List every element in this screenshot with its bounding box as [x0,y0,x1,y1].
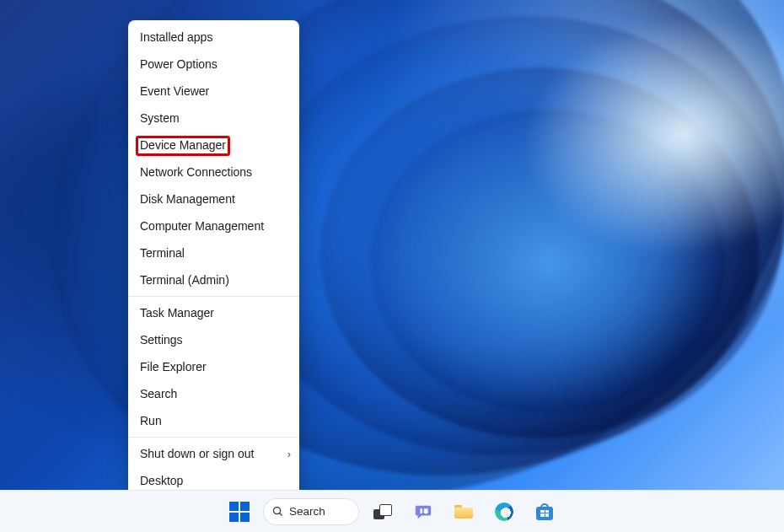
taskbar-microsoft-store[interactable] [528,495,561,529]
menu-item-settings[interactable]: Settings [128,326,299,353]
menu-item-label: Disk Management [140,192,235,206]
menu-item-run[interactable]: Run [128,407,299,434]
taskbar-edge[interactable] [487,495,521,529]
menu-item-installed-apps[interactable]: Installed apps [128,24,299,51]
chat-icon [414,502,432,521]
menu-item-label: Device Manager [140,138,226,152]
menu-item-label: Run [140,414,162,427]
menu-item-system[interactable]: System [128,105,299,132]
menu-item-label: Settings [140,333,183,347]
menu-item-file-explorer[interactable]: File Explorer [128,353,299,380]
menu-item-power-options[interactable]: Power Options [128,51,299,78]
search-icon [271,505,284,518]
menu-item-terminal[interactable]: Terminal [128,239,299,266]
task-view-icon [373,504,392,519]
menu-item-event-viewer[interactable]: Event Viewer [128,78,299,105]
desktop-wallpaper[interactable] [0,0,784,491]
menu-item-disk-management[interactable]: Disk Management [128,185,299,212]
menu-item-label: Task Manager [140,306,214,320]
taskbar-chat[interactable] [406,495,440,529]
menu-item-label: Power Options [140,57,217,71]
menu-item-label: Shut down or sign out [140,447,254,460]
menu-item-label: System [140,111,180,125]
menu-item-task-manager[interactable]: Task Manager [128,299,299,326]
taskbar-file-explorer[interactable] [447,495,481,529]
menu-separator [128,296,299,297]
svg-point-0 [274,508,281,514]
taskbar: Search [0,490,784,532]
menu-item-label: File Explorer [140,360,207,373]
menu-item-label: Event Viewer [140,84,209,98]
menu-item-network-connections[interactable]: Network Connections [128,159,299,185]
taskbar-task-view[interactable] [366,495,400,529]
svg-line-1 [280,513,282,516]
menu-item-terminal-admin[interactable]: Terminal (Admin) [128,266,299,293]
chevron-right-icon: › [287,448,291,460]
taskbar-search[interactable]: Search [263,495,359,529]
menu-item-label: Network Connections [140,165,252,179]
menu-item-label: Desktop [140,474,183,487]
menu-item-search[interactable]: Search [128,380,299,407]
menu-item-label: Terminal [140,246,185,260]
search-label: Search [289,505,325,518]
menu-item-label: Search [140,387,177,400]
start-button[interactable] [223,495,256,529]
windows-logo-icon [229,502,250,522]
menu-item-label: Terminal (Admin) [140,273,229,287]
folder-icon [454,505,473,519]
store-icon [536,503,553,520]
menu-item-shutdown-signout[interactable]: Shut down or sign out › [128,440,299,467]
menu-separator [128,437,299,438]
menu-item-computer-management[interactable]: Computer Management [128,212,299,239]
menu-item-label: Computer Management [140,219,264,233]
winx-context-menu: Installed apps Power Options Event Viewe… [128,20,299,497]
menu-item-label: Installed apps [140,30,212,44]
edge-icon [495,502,513,521]
menu-item-device-manager[interactable]: Device Manager [128,132,299,159]
